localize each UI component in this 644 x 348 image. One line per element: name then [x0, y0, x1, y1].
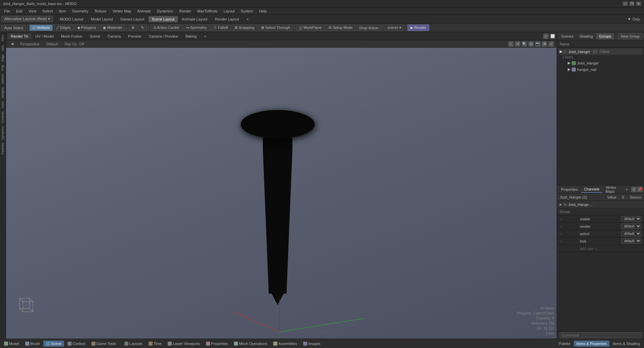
menu-file[interactable]: File	[1, 8, 13, 14]
props-group-header-row[interactable]: ▶ ◎ Joist_Hange ...	[557, 201, 644, 208]
vp-tab-preview[interactable]: Preview	[125, 33, 145, 39]
vp-tab-uv-model[interactable]: UV / Model	[32, 33, 57, 39]
tree-item-joist-hanger[interactable]: ▶ Joist_Hanger	[561, 60, 643, 66]
vp-nav-prev[interactable]: ◀	[9, 41, 15, 47]
vp-tab-scene[interactable]: Scene	[86, 33, 104, 39]
bottom-assemblies-btn[interactable]: Assemblies	[271, 341, 300, 347]
prop-visible-dropdown[interactable]: default on off	[621, 216, 641, 222]
symmetry-btn[interactable]: ⇔ Symmetry	[183, 25, 210, 31]
render-button[interactable]: ▶ Render	[407, 25, 429, 31]
props-expand-icon[interactable]: ⤢	[631, 187, 637, 192]
vp-perspective-label[interactable]: Perspective	[18, 41, 41, 47]
vp-rotate-icon[interactable]: ↺	[515, 41, 520, 47]
layout-modo[interactable]: MODO Layout	[56, 16, 87, 22]
viewport-3d[interactable]: No Items Polygons : Catmull-Clark Channe…	[6, 48, 557, 339]
bottom-context-btn[interactable]: Context	[65, 341, 88, 347]
rotate-btn[interactable]: ↻	[138, 25, 147, 31]
polygons-btn[interactable]: ◆ Polygons	[74, 25, 99, 31]
menu-geometry[interactable]: Geometry	[69, 8, 91, 14]
menu-select[interactable]: Select	[40, 8, 55, 14]
tab-scenes[interactable]: Scenes	[558, 33, 576, 39]
menu-texture[interactable]: Texture	[92, 8, 109, 14]
menu-help[interactable]: Help	[256, 8, 270, 14]
tab-props-add[interactable]: +	[623, 186, 631, 192]
bottom-layouts-btn[interactable]: Layouts	[122, 341, 145, 347]
none-dropdown-btn[interactable]: (none) ▾	[385, 25, 404, 31]
vp-tab-camera-preview[interactable]: Camera / Preview	[145, 33, 181, 39]
left-tab-edge[interactable]: Edge	[0, 53, 6, 63]
drop-action-btn[interactable]: Drop Action	[356, 25, 381, 31]
auto-select-btn[interactable]: Auto Select	[1, 25, 26, 31]
bottom-scene-btn[interactable]: Scene	[43, 341, 64, 347]
vp-home-icon[interactable]: ⌂	[508, 41, 514, 47]
bottom-time-btn[interactable]: Time	[146, 341, 164, 347]
menu-layout[interactable]: Layout	[221, 8, 237, 14]
materials-btn[interactable]: ◉ Materials	[100, 25, 125, 31]
prop-select-dropdown[interactable]: default on off	[621, 231, 641, 236]
bottom-game-tools-btn[interactable]: Game Tools	[89, 341, 119, 347]
edges-btn[interactable]: ╱ Edges	[53, 25, 73, 31]
vp-tab-baking[interactable]: Baking	[182, 33, 200, 39]
prop-add-user-row[interactable]: add user c...	[557, 245, 644, 252]
left-tab-xform[interactable]: Xfrm	[0, 34, 6, 43]
vp-search-icon[interactable]: 🔍	[522, 41, 527, 47]
menu-system[interactable]: System	[238, 8, 256, 14]
vp-tab-camera[interactable]: Camera	[104, 33, 124, 39]
layout-add[interactable]: +	[243, 16, 252, 22]
bottom-images-btn[interactable]: Images	[300, 341, 323, 347]
left-tab-controls[interactable]: Controls	[0, 110, 6, 124]
bottom-properties-btn[interactable]: Properties	[203, 341, 231, 347]
command-input[interactable]	[560, 332, 641, 338]
left-tab-vert[interactable]: Vert.	[0, 43, 6, 52]
new-group-button[interactable]: New Group	[618, 33, 643, 39]
menu-vertex-map[interactable]: Vertex Map	[110, 8, 134, 14]
menu-view[interactable]: View	[26, 8, 39, 14]
menu-maxtomodo[interactable]: MaxToModo	[195, 8, 220, 14]
close-button[interactable]: ✕	[636, 1, 641, 6]
menu-item[interactable]: Item	[56, 8, 69, 14]
menu-animate[interactable]: Animate	[134, 8, 153, 14]
tab-vertex-maps[interactable]: Vertex Maps	[603, 184, 622, 194]
alt-layouts-dropdown[interactable]: Alternative Layouts (Beta) ▾	[1, 16, 53, 22]
left-tab-deform[interactable]: Deform	[0, 73, 6, 85]
transform-btn[interactable]: ⊕	[128, 25, 137, 31]
tree-group-header-joist[interactable]: ▶ ◎ Joist_Hanger (2) Colour	[558, 48, 643, 55]
action-center-btn[interactable]: ⊙ Action Center	[150, 25, 183, 31]
minimize-button[interactable]: −	[622, 1, 628, 6]
select-through-btn[interactable]: ⊠ Select Through	[258, 25, 293, 31]
layout-render[interactable]: Render Layout	[211, 16, 242, 22]
tab-shading[interactable]: Shading	[577, 33, 596, 39]
layout-model[interactable]: Model Layout	[87, 16, 116, 22]
props-pin-icon[interactable]: 📌	[637, 187, 643, 192]
left-tab-dynamics[interactable]: Dynamics	[0, 125, 6, 141]
vp-settings-icon[interactable]: ⚙	[542, 41, 547, 47]
vp-frame-icon[interactable]: ⊡	[528, 41, 534, 47]
vp-expand-icon[interactable]: ⤢	[549, 41, 554, 47]
layout-animate[interactable]: Animate Layout	[178, 16, 211, 22]
vp-camera-icon[interactable]: 📷	[535, 41, 540, 47]
vp-collapse-icon[interactable]: □	[543, 34, 549, 39]
bottom-model-btn[interactable]: Model	[1, 341, 22, 347]
bottom-palette-btn[interactable]: Palette	[556, 341, 573, 347]
tab-properties[interactable]: Properties	[558, 186, 580, 192]
bottom-lower-viewports-btn[interactable]: Lower Viewports	[165, 341, 203, 347]
vp-tab-render-tri[interactable]: Render Tri	[7, 33, 31, 39]
left-tab-poly[interactable]: Poly	[0, 63, 6, 72]
vp-tab-mesh-fusion[interactable]: Mesh Fusion	[58, 33, 86, 39]
menu-edit[interactable]: Edit	[13, 8, 25, 14]
bottom-mesh-ops-btn[interactable]: Mesh Operations	[231, 341, 270, 347]
vertices-btn[interactable]: ⬡ Vertices	[29, 25, 53, 31]
layout-games[interactable]: Games Layout	[117, 16, 148, 22]
restore-button[interactable]: ❐	[629, 1, 635, 6]
vp-default-label[interactable]: Default	[44, 41, 60, 47]
menu-render[interactable]: Render	[176, 8, 194, 14]
bottom-items-properties-btn[interactable]: Items & Properties	[574, 341, 609, 347]
bottom-items-shading-btn[interactable]: Items & Shading	[610, 341, 643, 347]
prop-lock-dropdown[interactable]: default on off	[621, 238, 641, 244]
tree-item-hanger-nail[interactable]: ▶ hanger_nail	[561, 66, 643, 73]
falloff-btn[interactable]: ☉ Falloff	[210, 25, 231, 31]
bottom-brush-btn[interactable]: Brush	[23, 341, 43, 347]
setup-mode-btn[interactable]: ⚙ Setup Mode	[325, 25, 356, 31]
vp-maximize-icon[interactable]: ⬜	[550, 34, 555, 39]
snapping-btn[interactable]: ⊞ Snapping	[232, 25, 257, 31]
